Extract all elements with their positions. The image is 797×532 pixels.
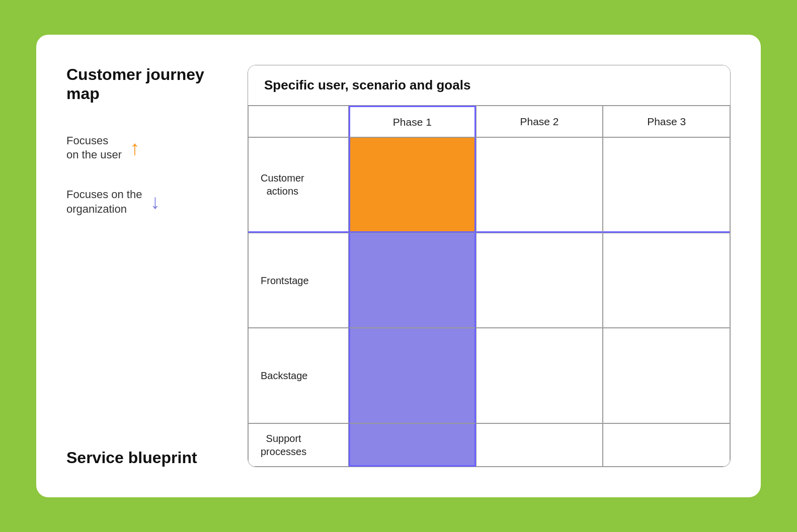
- phase2-header: Phase 2: [476, 106, 603, 137]
- focus-user-label: Focuseson the user: [66, 134, 122, 162]
- content-area: Customer journey map Focuseson the user …: [66, 65, 731, 467]
- arrow-down-icon: ↓: [150, 191, 160, 213]
- focus-org-label: Focuses on theorganization: [66, 188, 142, 216]
- focus-org-item: Focuses on theorganization ↓: [66, 188, 227, 216]
- focus-group: Focuseson the user ↑ Focuses on theorgan…: [66, 134, 227, 216]
- blueprint-title: Service blueprint: [66, 448, 227, 467]
- cell-customer-phase2: [476, 137, 603, 233]
- cell-backstage-phase1: [349, 328, 476, 423]
- cell-support-phase2: [476, 423, 603, 467]
- cell-support-phase3: [603, 423, 730, 467]
- journey-map-title: Customer journey map: [66, 65, 227, 104]
- cell-backstage-phase3: [603, 328, 730, 423]
- table-container: Specific user, scenario and goals Phase …: [248, 65, 731, 467]
- cell-backstage-phase2: [476, 328, 603, 423]
- cell-frontstage-phase3: [603, 233, 730, 328]
- phase1-header: Phase 1: [349, 106, 476, 137]
- focus-user-item: Focuseson the user ↑: [66, 134, 227, 162]
- row-customer-actions-label: Customeractions: [248, 137, 349, 233]
- main-card: Customer journey map Focuseson the user …: [36, 35, 761, 497]
- right-panel: Specific user, scenario and goals Phase …: [248, 65, 731, 467]
- table-header: Specific user, scenario and goals: [248, 65, 730, 106]
- cell-support-phase1: [349, 423, 476, 467]
- row-frontstage-label: Frontstage: [248, 233, 349, 328]
- arrow-up-icon: ↑: [130, 137, 140, 159]
- cell-customer-phase1: [349, 137, 476, 233]
- row-support-label: Supportprocesses: [248, 423, 349, 467]
- cell-frontstage-phase2: [476, 233, 603, 328]
- cell-frontstage-phase1: [349, 233, 476, 328]
- left-top-section: Customer journey map Focuseson the user …: [66, 65, 227, 216]
- table-title: Specific user, scenario and goals: [264, 77, 470, 93]
- phase3-header: Phase 3: [603, 106, 730, 137]
- row-backstage-label: Backstage: [248, 328, 349, 423]
- data-grid: Phase 1 Phase 2 Phase 3 Customeractions …: [248, 106, 730, 467]
- empty-corner: [248, 106, 349, 137]
- left-panel: Customer journey map Focuseson the user …: [66, 65, 227, 467]
- cell-customer-phase3: [603, 137, 730, 233]
